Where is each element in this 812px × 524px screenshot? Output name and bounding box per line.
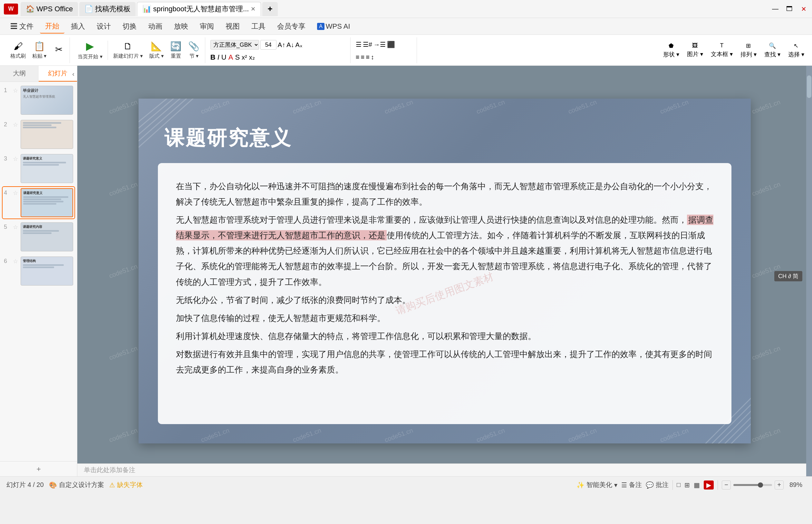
subscript-button[interactable]: x₂	[249, 53, 255, 61]
numberedlist-button[interactable]: ☰#	[363, 40, 372, 48]
menu-animation[interactable]: 动画	[143, 20, 168, 33]
font-size-increase-button[interactable]: A↑	[278, 41, 285, 49]
menu-wps-ai[interactable]: A WPS AI	[312, 20, 355, 33]
wps-logo[interactable]: W	[4, 3, 18, 15]
slide-title[interactable]: 课题研究意义	[164, 125, 292, 151]
slide-star-5[interactable]: ☆	[13, 224, 18, 231]
new-slide-button[interactable]: 🗋 新建幻灯片 ▾	[111, 39, 145, 62]
line-spacing-button[interactable]: ↕	[371, 53, 374, 61]
tab-wps-office[interactable]: 🏠 WPS Office	[21, 2, 78, 16]
shape-button[interactable]: ⬟ 形状 ▾	[661, 39, 682, 62]
slide-star-2[interactable]: ☆	[13, 121, 18, 128]
tab-slides[interactable]: 幻灯片	[39, 66, 77, 82]
slide-thumb-1[interactable]: 毕业设计 无人智慧超市管理系统	[21, 86, 73, 115]
slide-item-1[interactable]: 1 ☆ 毕业设计 无人智慧超市管理系统	[3, 84, 74, 116]
view-slideshow-button[interactable]: ▶	[704, 480, 714, 490]
font-size-decrease-button[interactable]: A↓	[286, 41, 294, 49]
add-tab-button[interactable]: +	[262, 2, 278, 16]
view-reading-button[interactable]: ▦	[694, 481, 700, 489]
slide-number-5: 5	[4, 224, 10, 230]
batch-button[interactable]: 💬 批注	[646, 480, 668, 489]
menu-tools[interactable]: 工具	[246, 20, 271, 33]
slide-star-4[interactable]: ☆	[13, 190, 18, 197]
smart-beautify-button[interactable]: ✨ 智能美化 ▾	[577, 480, 617, 489]
menu-review[interactable]: 审阅	[195, 20, 219, 33]
align-left-button[interactable]: ⬛	[387, 40, 395, 48]
align-right-button[interactable]: ≡	[361, 53, 364, 61]
indent-button[interactable]: →☰	[374, 40, 386, 48]
slide-item-6[interactable]: 6 ☆ 管理结构	[3, 255, 74, 287]
slide-star-1[interactable]: ☆	[13, 87, 18, 94]
menu-insert[interactable]: 插入	[66, 20, 90, 33]
superscript-button[interactable]: x²	[242, 54, 247, 61]
collapse-panel-button[interactable]: ‹	[72, 70, 74, 78]
list-button[interactable]: ☰	[356, 40, 362, 48]
font-size-input[interactable]	[260, 40, 277, 50]
zoom-slider[interactable]	[733, 484, 772, 486]
clear-format-button[interactable]: Aₓ	[296, 41, 302, 49]
paste-button[interactable]: 📋 粘贴 ▾	[30, 39, 49, 62]
layout-button[interactable]: 📐 版式 ▾	[147, 39, 166, 62]
slide-thumb-5[interactable]: 课题研究内容	[21, 223, 73, 251]
maximize-button[interactable]: 🗖	[785, 4, 794, 14]
format-painter-button[interactable]: 🖌 格式刷	[8, 39, 28, 62]
zoom-in-button[interactable]: +	[775, 480, 784, 490]
view-normal-button[interactable]: □	[677, 481, 681, 489]
slide-item-2[interactable]: 2 ☆	[3, 119, 74, 150]
zoom-handle[interactable]	[758, 482, 763, 488]
missing-font-warning[interactable]: ⚠ 缺失字体	[109, 480, 143, 489]
slide-item-5[interactable]: 5 ☆ 课题研究内容	[3, 221, 74, 253]
italic-button[interactable]: I	[217, 53, 219, 62]
slide-content-box[interactable]: 请购买后使用图文素材 在当下，办公自动化以一种迅速并不可阻挡的速度在慢慢遍布到社…	[158, 163, 731, 424]
slide-thumb-6[interactable]: 管理结构	[21, 257, 73, 285]
section-button[interactable]: 📎 节 ▾	[186, 39, 202, 62]
backup-button[interactable]: ☰ 备注	[621, 480, 642, 489]
select-button[interactable]: ↖ 选择 ▾	[785, 39, 807, 62]
slide-thumb-2[interactable]	[21, 120, 73, 149]
font-family-select[interactable]: 方正黑体_GBK	[211, 40, 259, 50]
menu-home[interactable]: 开始	[40, 19, 64, 33]
arrange-button[interactable]: ⊞ 排列 ▾	[738, 39, 759, 62]
cut-button[interactable]: ✂	[50, 39, 67, 62]
tab-outline[interactable]: 大纲	[0, 66, 39, 82]
font-color-button[interactable]: A	[229, 53, 233, 62]
bold-button[interactable]: B	[211, 53, 216, 62]
slide-star-6[interactable]: ☆	[13, 258, 18, 265]
vertical-scrollbar[interactable]	[806, 66, 812, 476]
menu-slideshow[interactable]: 放映	[169, 20, 193, 33]
minimize-button[interactable]: —	[771, 4, 780, 14]
design-scheme-indicator[interactable]: 🎨 自定义设计方案	[49, 480, 104, 489]
language-badge[interactable]: CH ∂ 简	[774, 271, 802, 281]
scrollbar-thumb[interactable]	[807, 76, 811, 98]
image-button[interactable]: 🖼 图片 ▾	[684, 39, 706, 62]
slide-thumb-3[interactable]: 课题研究意义	[21, 154, 73, 183]
slide-item-4[interactable]: 4 ☆ 课题研究意义	[3, 187, 74, 218]
slide-star-3[interactable]: ☆	[13, 155, 18, 162]
slide-thumb-4[interactable]: 课题研究意义	[21, 188, 73, 217]
slide-canvas[interactable]: 课题研究意义 请购买后使用图文素材 在当下，办公自动化以一种迅速并不可阻挡的速度…	[138, 99, 751, 443]
textbox-button[interactable]: T 文本框 ▾	[708, 39, 735, 62]
notes-area[interactable]: 单击此处添加备注	[77, 463, 806, 476]
zoom-value[interactable]: 89%	[786, 481, 806, 489]
find-button[interactable]: 🔍 查找 ▾	[762, 39, 783, 62]
zoom-out-button[interactable]: −	[722, 480, 731, 490]
menu-design[interactable]: 设计	[92, 20, 116, 33]
underline-button[interactable]: U	[221, 53, 227, 62]
menu-view[interactable]: 视图	[220, 20, 245, 33]
slide-item-3[interactable]: 3 ☆ 课题研究意义	[3, 153, 74, 184]
close-button[interactable]: ✕	[799, 4, 808, 14]
tab-close-icon[interactable]: ✕	[251, 5, 255, 13]
start-slideshow-button[interactable]: ▶ 当页开始 ▾	[75, 39, 105, 62]
add-slide-button[interactable]: ＋	[0, 461, 77, 476]
justify-button[interactable]: ≡	[366, 53, 369, 61]
align-center-button[interactable]: ≡	[356, 53, 360, 61]
menu-transition[interactable]: 切换	[117, 20, 142, 33]
tab-template[interactable]: 📄 找稿壳模板	[79, 2, 136, 16]
menu-file[interactable]: ☰ 文件	[5, 20, 39, 33]
menu-vip[interactable]: 会员专享	[272, 20, 311, 33]
strikethrough-button[interactable]: S	[235, 53, 240, 62]
reset-button[interactable]: 🔄 重置	[168, 39, 184, 62]
slide-count-indicator[interactable]: 幻灯片 4 / 20	[6, 480, 44, 489]
view-slide-sorter-button[interactable]: ⊞	[684, 481, 690, 489]
tab-presentation[interactable]: 📊 springboot无人智慧超市管理... ✕	[137, 2, 261, 16]
